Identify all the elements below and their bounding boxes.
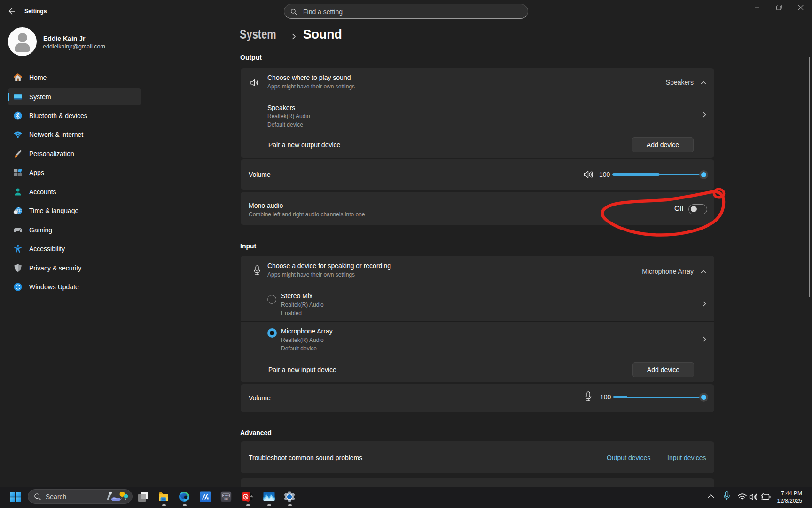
svg-text:ONE: ONE — [224, 498, 228, 500]
svg-text:RAND: RAND — [223, 494, 230, 497]
